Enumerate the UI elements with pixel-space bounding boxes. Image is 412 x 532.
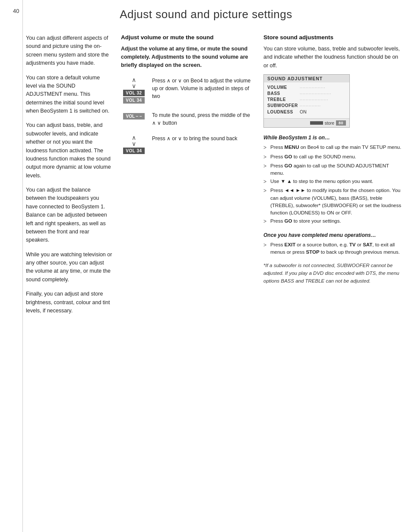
sound-row-subwoofer: SUBWOOFER ··············: [267, 103, 346, 108]
sound-row-bass: BASS ·····················: [267, 91, 346, 96]
vol34-box: VOL 34: [123, 97, 144, 104]
instr-text-3: Press GO again to call up the SOUND ADJU…: [270, 162, 403, 177]
sound-panel-wrapper: SOUND ADJUSTMENT VOLUME ················…: [263, 74, 403, 128]
store-sound-section: Store sound adjustments You can store vo…: [263, 34, 403, 285]
sound-dots-volume: ·················: [300, 85, 326, 90]
instructions: While BeoSystem 1 is on… > Press MENU on…: [263, 134, 403, 285]
instr-line-1: > Press MENU on Beo4 to call up the main…: [263, 144, 403, 152]
diagram-row-mute: VOL – – To mute the sound, press the mid…: [121, 111, 255, 127]
vertical-line: [22, 0, 23, 532]
left-para-3: You can adjust bass, treble, and subwoof…: [26, 121, 112, 180]
store-label: store: [325, 121, 334, 126]
once-title: Once you have completed menu operations…: [263, 231, 403, 239]
vol34-restore-box: VOL 34: [123, 148, 144, 154]
arrow-icon-1: >: [263, 144, 269, 152]
left-para-2: You can store a default volume level via…: [26, 74, 112, 116]
adjust-volume-title: Adjust volume or mute the sound: [121, 34, 255, 41]
sound-row-volume: VOLUME ·················: [267, 85, 346, 90]
right-area: Adjust volume or mute the sound Adjust t…: [121, 34, 403, 321]
caret-up-icon: ∧: [132, 77, 136, 83]
sound-value-loudness: ON: [300, 109, 307, 114]
left-para-6: Finally, you can adjust and store bright…: [26, 290, 112, 315]
sound-label-bass: BASS: [267, 91, 300, 96]
arrow-icon-4: >: [263, 178, 269, 186]
updown-text: Press ∧ or ∨ on Beo4 to adjust the volum…: [152, 77, 255, 100]
sound-panel-footer: store 80: [264, 118, 349, 127]
footnote: *If a subwoofer is not connected, SUBWOO…: [263, 262, 403, 285]
once-arrow-icon-1: >: [263, 241, 269, 249]
mute-text: To mute the sound, press the middle of t…: [152, 111, 255, 127]
instr-line-6: > Press GO to store your settings.: [263, 217, 403, 226]
page-title: Adjust sound and picture settings: [0, 0, 412, 34]
instr-text-5: Press ◄◄ ►► to modify inputs for the cho…: [270, 187, 403, 217]
store-number: 80: [336, 120, 346, 126]
instr-line-2: > Press GO to call up the SOUND menu.: [263, 153, 403, 161]
sound-dots-subwoofer: ··············: [300, 104, 321, 108]
store-sound-title: Store sound adjustments: [263, 34, 403, 41]
vol-dash-box: VOL – –: [123, 113, 144, 120]
instr-line-4: > Use ▼ ▲ to step to the menu option you…: [263, 178, 403, 186]
once-instr-line-1: > Press EXIT or a source button, e.g. TV…: [263, 241, 403, 256]
restore-text: Press ∧ or ∨ to bring the sound back: [152, 135, 255, 142]
diagram-area: ∧ ∨ VOL 32 VOL 34 Press ∧ or ∨ on Beo4 t…: [121, 77, 255, 154]
sound-panel-header: SOUND ADJUSTMENT: [264, 75, 349, 82]
once-instr-text-1: Press EXIT or a source button, e.g. TV o…: [270, 241, 403, 256]
sound-row-loudness: LOUDNESS ON: [267, 109, 346, 114]
updown-icon: ∧ ∨ VOL 32 VOL 34: [121, 77, 147, 104]
caret-down-icon: ∨: [132, 83, 136, 89]
page-number: 40: [13, 8, 19, 14]
arrow-icon-5: >: [263, 187, 269, 195]
instr-text-1: Press MENU on Beo4 to call up the main T…: [270, 144, 403, 151]
diagram-row-updown: ∧ ∨ VOL 32 VOL 34 Press ∧ or ∨ on Beo4 t…: [121, 77, 255, 104]
sound-label-treble: TREBLE: [267, 97, 300, 102]
caret-down-restore-icon: ∨: [132, 141, 136, 147]
instr-line-5: > Press ◄◄ ►► to modify inputs for the c…: [263, 187, 403, 217]
adjust-volume-section: Adjust volume or mute the sound Adjust t…: [121, 34, 255, 285]
restore-icon: ∧ ∨ VOL 34: [121, 135, 147, 154]
arrow-icon-3: >: [263, 162, 269, 170]
left-column: You can adjust different aspects of soun…: [26, 34, 121, 321]
left-para-4: You can adjust the balance between the l…: [26, 186, 112, 245]
instr-text-4: Use ▼ ▲ to step to the menu option you w…: [270, 178, 403, 185]
left-para-1: You can adjust different aspects of soun…: [26, 34, 112, 68]
arrow-icon-6: >: [263, 217, 269, 226]
mute-icon: VOL – –: [121, 111, 147, 120]
sound-panel: SOUND ADJUSTMENT VOLUME ················…: [263, 74, 350, 128]
vol32-box: VOL 32: [123, 90, 144, 96]
adjust-volume-intro: Adjust the volume at any time, or mute t…: [121, 45, 255, 69]
arrow-icon-2: >: [263, 153, 269, 161]
sound-label-loudness: LOUDNESS: [267, 110, 300, 114]
sound-dots-treble: ···················: [300, 98, 329, 102]
sound-panel-body: VOLUME ················· BASS ··········…: [264, 82, 349, 118]
slider-bar: [310, 121, 323, 125]
instr-text-6: Press GO to store your settings.: [270, 217, 403, 225]
diagram-row-restore: ∧ ∨ VOL 34 Press ∧ or ∨ to bring the sou…: [121, 135, 255, 154]
sound-label-subwoofer: SUBWOOFER: [267, 103, 300, 108]
sound-row-treble: TREBLE ···················: [267, 97, 346, 102]
sound-label-volume: VOLUME: [267, 85, 300, 90]
caret-up-restore-icon: ∧: [132, 135, 136, 141]
sound-dots-bass: ·····················: [300, 91, 332, 96]
instr-line-3: > Press GO again to call up the SOUND AD…: [263, 162, 403, 177]
store-sound-body: You can store volume, bass, treble and s…: [263, 45, 403, 70]
instr-text-2: Press GO to call up the SOUND menu.: [270, 153, 403, 161]
left-para-5: While you are watching television or any…: [26, 251, 112, 284]
while-title: While BeoSystem 1 is on…: [263, 134, 403, 142]
